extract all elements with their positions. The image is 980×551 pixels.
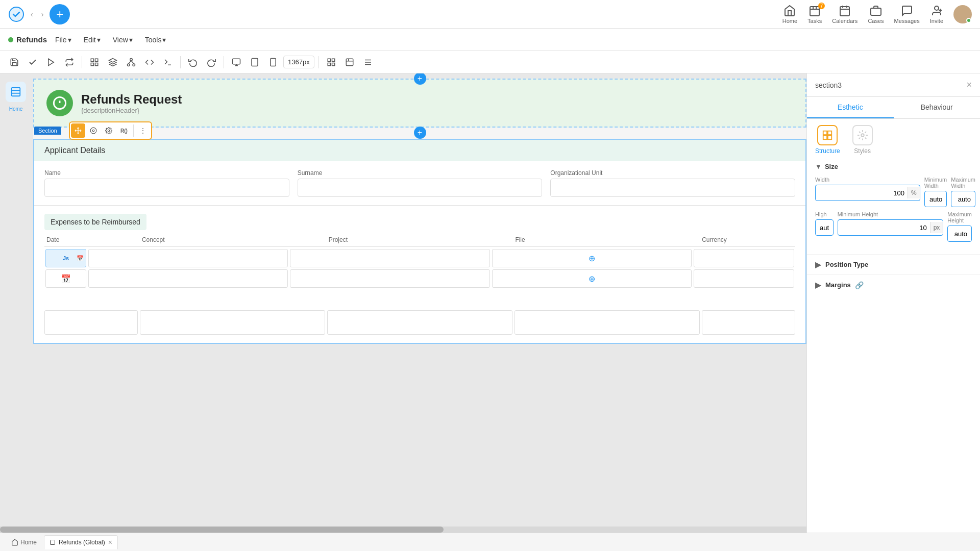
- field-org-input[interactable]: [550, 179, 795, 197]
- top-bar: ‹ › + Home 7 Tasks Calendars Cases Messa…: [0, 0, 980, 29]
- toolbar-separator-4: [318, 56, 319, 68]
- scrollbar-thumb[interactable]: [0, 527, 444, 533]
- home-bottom-tab[interactable]: Home: [6, 537, 42, 548]
- canvas-scroll: Home + Refunds Request {descriptionHeade…: [0, 73, 806, 533]
- form-canvas: + Refunds Request {descriptionHeader} +: [33, 79, 806, 344]
- network-tool[interactable]: [123, 54, 139, 70]
- file-cell-2[interactable]: ⊕: [492, 269, 692, 288]
- refunds-tab-label: Refunds (Global): [59, 539, 105, 546]
- tab-esthetic[interactable]: Esthetic: [807, 97, 894, 118]
- position-type-arrow[interactable]: ▶: [815, 260, 821, 269]
- bottom-cell-2[interactable]: [140, 310, 325, 335]
- panel-toggle-tool[interactable]: [341, 54, 358, 70]
- nav-tasks[interactable]: 7 Tasks: [807, 5, 822, 24]
- panel-close-button[interactable]: ×: [966, 80, 972, 90]
- position-type-row[interactable]: ▶ Position Type: [807, 254, 980, 274]
- undo-tool[interactable]: [185, 54, 201, 70]
- section-tool-settings[interactable]: [102, 123, 116, 138]
- canvas-area: Home + Refunds Request {descriptionHeade…: [0, 73, 806, 533]
- subtab-structure[interactable]: Structure: [815, 125, 840, 155]
- desktop-view-tool[interactable]: [228, 54, 244, 70]
- add-section-after-header[interactable]: +: [414, 127, 426, 139]
- play-tool[interactable]: [43, 54, 59, 70]
- max-width-input[interactable]: [951, 191, 975, 207]
- add-button[interactable]: +: [50, 4, 70, 24]
- section-tool-move[interactable]: [71, 123, 85, 138]
- section-tool-rx[interactable]: R(): [117, 123, 131, 138]
- bottom-cell-1[interactable]: [44, 310, 138, 335]
- min-height-input-box: px: [838, 219, 944, 236]
- app-status-dot: [8, 37, 13, 42]
- layout-grid-tool[interactable]: [86, 54, 103, 70]
- svg-rect-37: [332, 63, 334, 65]
- currency-cell-2[interactable]: [694, 269, 794, 288]
- min-height-input[interactable]: [838, 222, 930, 234]
- currency-cell-1[interactable]: [694, 249, 794, 267]
- calendar-icon-2[interactable]: 📅: [61, 274, 71, 284]
- html-tool[interactable]: [160, 54, 176, 70]
- margins-arrow[interactable]: ▶: [815, 280, 821, 290]
- nav-cases[interactable]: Cases: [868, 5, 884, 24]
- high-input[interactable]: [815, 219, 834, 236]
- code-tool[interactable]: [141, 54, 158, 70]
- field-surname: Surname: [298, 169, 543, 197]
- nav-back-arrow[interactable]: ‹: [29, 10, 35, 18]
- save-tool[interactable]: [6, 54, 22, 70]
- nav-invite[interactable]: Invite: [930, 5, 943, 24]
- refunds-tab-close[interactable]: ×: [108, 539, 112, 546]
- margins-row[interactable]: ▶ Margins 🔗: [807, 274, 980, 295]
- refunds-tab[interactable]: Refunds (Global) ×: [44, 535, 118, 549]
- field-name-input[interactable]: [44, 179, 289, 197]
- svg-marker-20: [109, 58, 117, 62]
- applicant-fields: Name Surname Organizational Unit: [34, 161, 805, 205]
- nav-calendars[interactable]: Calendars: [832, 5, 857, 24]
- concept-cell-1[interactable]: [88, 249, 288, 267]
- project-cell-1[interactable]: [290, 249, 489, 267]
- subtab-structure-label: Structure: [815, 147, 840, 155]
- nav-home[interactable]: Home: [782, 5, 797, 24]
- col-concept: Concept: [140, 236, 327, 243]
- avatar-container[interactable]: [953, 5, 972, 23]
- bottom-cell-4[interactable]: [514, 310, 700, 335]
- col-currency: Currency: [700, 236, 795, 243]
- horizontal-scrollbar[interactable]: [0, 527, 806, 533]
- check-tool[interactable]: [24, 54, 41, 70]
- export-tool[interactable]: [61, 54, 78, 70]
- file-cell-1[interactable]: ⊕: [492, 249, 692, 267]
- field-surname-input[interactable]: [298, 179, 543, 197]
- width-input[interactable]: [816, 187, 908, 199]
- subtab-styles[interactable]: Styles: [852, 125, 873, 155]
- settings-tool[interactable]: [360, 54, 376, 70]
- add-file-icon-2[interactable]: ⊕: [589, 274, 595, 284]
- menu-edit[interactable]: Edit ▾: [80, 36, 105, 44]
- mobile-view-tool[interactable]: [265, 54, 281, 70]
- tablet-view-tool[interactable]: [247, 54, 263, 70]
- redo-tool[interactable]: [203, 54, 219, 70]
- nav-forward-arrow[interactable]: ›: [39, 10, 46, 18]
- col-file: File: [513, 236, 700, 243]
- min-width-field: Minimum Width: [924, 177, 947, 207]
- nav-messages[interactable]: Messages: [894, 5, 920, 24]
- section-tool-more[interactable]: ⋮: [136, 123, 150, 138]
- menu-view[interactable]: View ▾: [109, 36, 137, 44]
- section-tool-palette[interactable]: [86, 123, 101, 138]
- grid-view-tool[interactable]: [323, 54, 339, 70]
- menu-file[interactable]: File ▾: [51, 36, 76, 44]
- project-cell-2[interactable]: [290, 269, 489, 288]
- date-cell-2[interactable]: 📅: [45, 269, 86, 288]
- layers-tool[interactable]: [105, 54, 121, 70]
- concept-cell-2[interactable]: [88, 269, 288, 288]
- calendar-icon[interactable]: 📅: [77, 255, 84, 262]
- max-height-input[interactable]: [947, 226, 972, 242]
- min-height-field: Minimum Height px: [838, 211, 944, 242]
- width-input-box: %: [815, 185, 920, 201]
- width-unit: %: [908, 187, 920, 198]
- bottom-cell-5[interactable]: [702, 310, 795, 335]
- size-collapse-arrow[interactable]: ▼: [815, 163, 822, 170]
- add-file-icon[interactable]: ⊕: [589, 254, 595, 263]
- bottom-cell-3[interactable]: [327, 310, 512, 335]
- menu-tools[interactable]: Tools ▾: [141, 36, 170, 44]
- tab-behaviour[interactable]: Behaviour: [894, 97, 981, 118]
- sidebar-page-icon[interactable]: [6, 82, 26, 102]
- min-width-input[interactable]: [924, 191, 947, 207]
